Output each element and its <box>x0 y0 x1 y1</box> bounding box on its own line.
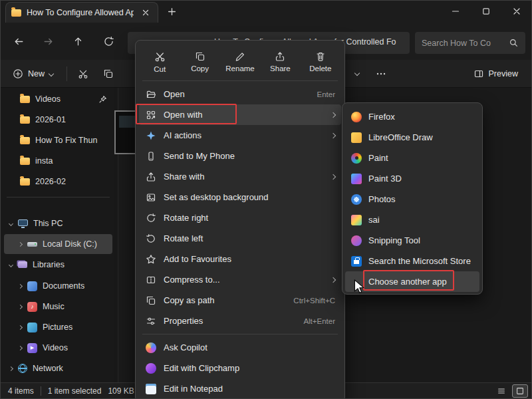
sidebar-item-local-disk-c[interactable]: Local Disk (C:) <box>4 234 112 254</box>
copy-action[interactable]: Copy <box>180 46 219 78</box>
share-action[interactable]: Share <box>260 46 300 78</box>
chevron-down-icon[interactable] <box>9 262 13 267</box>
sidebar-item-this-pc[interactable]: This PC <box>4 213 112 233</box>
sidebar-item-libraries[interactable]: Libraries <box>4 255 112 275</box>
sidebar-item-music[interactable]: Music <box>4 297 112 317</box>
cut-action[interactable]: Cut <box>140 46 180 78</box>
chevron-right-icon[interactable] <box>9 366 13 370</box>
sidebar-item-2026-02[interactable]: 2026-02 <box>4 172 112 192</box>
more-options-button[interactable] <box>370 65 392 83</box>
submenu-item-photos[interactable]: Photos <box>345 189 479 209</box>
preview-button-label: Preview <box>489 69 518 78</box>
submenu-item-label: Firefox <box>368 112 395 122</box>
refresh-button[interactable] <box>96 31 120 51</box>
submenu-item-firefox[interactable]: Firefox <box>345 106 479 127</box>
chevron-right-icon[interactable] <box>18 325 23 329</box>
new-button[interactable]: New <box>7 65 59 83</box>
submenu-item-choose-another-app[interactable]: Choose another app <box>345 271 479 292</box>
phone-icon <box>145 151 157 162</box>
sidebar-item-videos-quick[interactable]: Videos <box>4 89 112 109</box>
sidebar-item-label: Videos <box>43 343 68 352</box>
submenu-item-libreoffice-draw[interactable]: LibreOffice Draw <box>345 127 479 148</box>
sidebar-item-label: Local Disk (C:) <box>43 239 97 249</box>
sidebar-item-how-to-fix[interactable]: How To Fix Thun <box>4 130 112 150</box>
sidebar-item-network[interactable]: Network <box>4 358 112 378</box>
menu-item-label: Rotate right <box>164 213 329 223</box>
new-tab-button[interactable] <box>165 5 178 18</box>
submenu-item-search-microsoft-store[interactable]: Search the Microsoft Store <box>345 251 479 271</box>
sidebar-item-label: 2026-01 <box>35 115 66 124</box>
context-menu-item-open[interactable]: Open Enter <box>139 84 341 104</box>
up-button[interactable] <box>66 31 90 51</box>
sidebar-item-documents[interactable]: Documents <box>4 276 112 296</box>
back-button[interactable] <box>7 31 31 51</box>
selection-size: 109 KB <box>108 386 134 396</box>
chevron-right-icon[interactable] <box>18 283 23 288</box>
submenu-item-paint-3d[interactable]: Paint 3D <box>345 168 479 189</box>
folder-icon <box>20 137 30 144</box>
menu-item-shortcut: Enter <box>317 90 336 98</box>
context-menu: Cut Copy Rename Share Delete Open Enter … <box>135 40 345 399</box>
explorer-tab[interactable]: How To Configure Allowed Ap <box>5 2 158 23</box>
chevron-right-icon <box>331 277 336 282</box>
sidebar-item-label: This PC <box>33 219 63 228</box>
photos-icon <box>351 194 362 205</box>
preview-button[interactable]: Preview <box>467 65 524 83</box>
submenu-item-sai[interactable]: sai <box>345 209 479 230</box>
context-menu-item-share-with[interactable]: Share with <box>139 166 341 187</box>
videos-icon <box>27 343 37 353</box>
context-menu-item-properties[interactable]: Properties Alt+Enter <box>139 311 341 331</box>
submenu-item-label: Search the Microsoft Store <box>368 256 471 266</box>
context-menu-item-ai-actions[interactable]: AI actions <box>139 125 341 146</box>
context-menu-item-ask-copilot[interactable]: Ask Copilot <box>139 337 341 358</box>
close-button[interactable] <box>501 0 532 23</box>
open-with-icon <box>145 110 157 120</box>
star-icon <box>145 254 157 265</box>
cut-button[interactable] <box>72 65 94 83</box>
sidebar-item-2026-01[interactable]: 2026-01 <box>4 110 112 130</box>
context-menu-item-copy-as-path[interactable]: Copy as path Ctrl+Shift+C <box>139 290 341 311</box>
context-menu-item-edit-with-clipchamp[interactable]: Edit with Clipchamp <box>139 358 341 378</box>
search-box[interactable]: Search How To Co <box>415 32 525 54</box>
menu-item-label: Open <box>164 89 311 99</box>
maximize-button[interactable] <box>471 0 501 23</box>
thumbnail-view-button[interactable] <box>512 384 528 398</box>
preview-pane-icon <box>473 68 484 79</box>
submenu-item-paint[interactable]: Paint <box>345 148 479 168</box>
folder-icon <box>20 116 30 124</box>
minimize-button[interactable] <box>440 0 471 23</box>
libreoffice-draw-icon <box>351 132 362 143</box>
rename-action[interactable]: Rename <box>220 46 260 78</box>
chevron-right-icon <box>331 132 336 138</box>
chevron-right-icon[interactable] <box>18 345 23 350</box>
submenu-item-snipping-tool[interactable]: Snipping Tool <box>345 230 479 251</box>
chevron-down-icon[interactable] <box>9 221 13 225</box>
details-view-button[interactable] <box>493 384 509 398</box>
chevron-right-icon[interactable] <box>18 241 23 246</box>
context-menu-item-send-to-phone[interactable]: Send to My Phone <box>139 146 341 166</box>
copy-button[interactable] <box>97 65 120 83</box>
cut-icon <box>154 51 166 63</box>
pc-icon <box>18 219 28 226</box>
tab-close-button[interactable] <box>139 6 152 19</box>
sidebar-item-insta[interactable]: insta <box>4 151 112 171</box>
sidebar-item-videos-tree[interactable]: Videos <box>4 338 112 358</box>
context-menu-item-compress-to[interactable]: Compress to... <box>139 269 341 290</box>
chevron-right-icon[interactable] <box>18 304 23 309</box>
sidebar-item-pictures[interactable]: Pictures <box>4 317 112 337</box>
context-menu-item-rotate-left[interactable]: Rotate left <box>139 228 341 249</box>
context-menu-item-rotate-right[interactable]: Rotate right <box>139 207 341 228</box>
selection-count: 1 item selected <box>48 386 102 396</box>
context-menu-item-add-to-favourites[interactable]: Add to Favourites <box>139 249 341 269</box>
view-dropdown-chevron-icon[interactable] <box>354 70 360 76</box>
menu-item-label: Open with <box>164 110 325 120</box>
submenu-item-label: sai <box>368 215 380 225</box>
copilot-icon <box>145 342 157 353</box>
context-menu-item-set-desktop-background[interactable]: Set as desktop background <box>139 187 341 207</box>
menu-item-label: AI actions <box>164 130 325 140</box>
context-menu-item-edit-in-notepad[interactable]: Edit in Notepad <box>139 378 341 399</box>
context-menu-item-open-with[interactable]: Open with <box>139 104 341 125</box>
menu-item-shortcut: Ctrl+Shift+C <box>293 297 335 305</box>
delete-action[interactable]: Delete <box>301 46 340 78</box>
forward-button[interactable] <box>36 31 60 51</box>
